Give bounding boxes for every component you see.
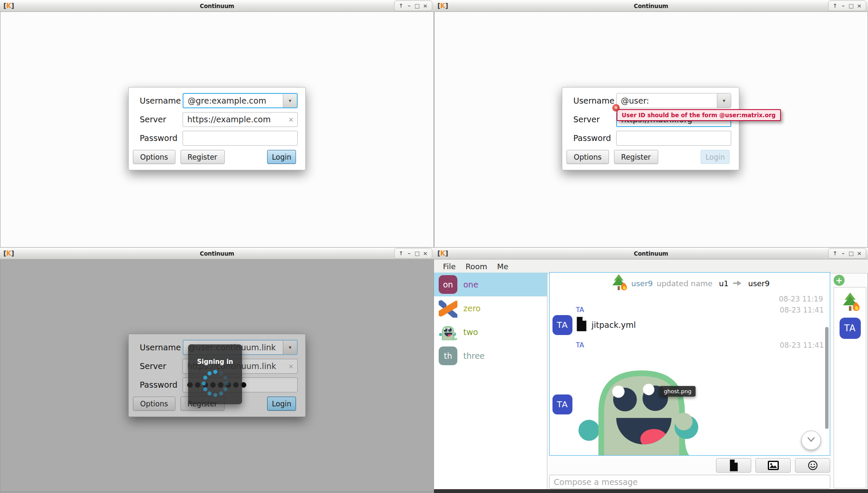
menu-file[interactable]: File [443, 262, 456, 271]
member-list: TA [834, 287, 866, 488]
login-button: Login [267, 397, 296, 411]
window-controls: ↑ – □ × [828, 0, 866, 11]
login-button-disabled: Login [701, 150, 730, 164]
scroll-to-bottom-button[interactable] [801, 431, 821, 450]
username-combobox[interactable]: @gre:example.com ▾ [183, 93, 298, 108]
password-field[interactable] [616, 131, 731, 146]
minimize-button[interactable]: – [406, 1, 413, 10]
shade-button[interactable]: ↑ [397, 1, 405, 10]
minimize-button[interactable]: – [840, 249, 847, 258]
menu-room[interactable]: Room [465, 262, 487, 271]
titlebar[interactable]: [K] Continuum ↑ – □ × [0, 248, 434, 259]
titlebar[interactable]: [K] Continuum ↑ – □ × [434, 248, 868, 259]
server-field[interactable]: https://example.com × [183, 112, 298, 127]
maximize-button[interactable]: □ [414, 249, 421, 258]
register-button[interactable]: Register [614, 150, 658, 164]
app-logo-icon: [K] [437, 250, 448, 257]
room-name: zero [463, 304, 481, 313]
sender-name[interactable]: TA [576, 341, 584, 349]
close-button[interactable]: × [422, 1, 429, 10]
timestamp: 08-23 11:41 [780, 341, 824, 349]
maximize-button[interactable]: □ [848, 249, 855, 258]
room-name: three [463, 351, 485, 361]
member-avatar-treefire-icon[interactable] [840, 292, 860, 314]
chevron-down-icon: ▾ [283, 341, 297, 354]
invite-plus-button[interactable]: + [834, 275, 845, 286]
shade-button[interactable]: ↑ [831, 249, 839, 258]
error-tooltip: User ID should be of the form @user:matr… [617, 109, 781, 121]
file-icon [576, 317, 587, 333]
klogo-avatar-icon [439, 299, 457, 318]
scrollbar[interactable] [825, 327, 829, 429]
chevron-down-icon [806, 436, 816, 445]
window-login-filled: [K] Continuum ↑ – □ × Username @gre:exam… [0, 0, 434, 248]
event-user: user9 [631, 279, 653, 288]
message-list[interactable]: user9 updated name u1 user9 08-23 11:19 … [549, 272, 830, 456]
username-label: Username [573, 96, 616, 105]
shade-button[interactable]: ↑ [397, 249, 405, 258]
register-button[interactable]: Register [180, 150, 225, 164]
maximize-button[interactable]: □ [414, 1, 421, 10]
minimize-button[interactable]: – [840, 1, 847, 10]
username-value[interactable]: @user: [617, 93, 717, 108]
signing-in-label: Signing in [197, 358, 233, 366]
file-icon [729, 459, 738, 471]
chevron-down-icon[interactable]: ▾ [283, 94, 297, 107]
window-controls: ↑ – □ × [394, 0, 432, 11]
error-icon: × [612, 104, 620, 111]
close-button[interactable]: × [856, 1, 863, 10]
room-item-three[interactable]: th three [434, 344, 547, 368]
busy-spinner-icon [200, 368, 231, 399]
emoji-button[interactable] [795, 458, 830, 473]
event-old-name: u1 [719, 279, 729, 288]
titlebar[interactable]: [K] Continuum ↑ – □ × [434, 0, 868, 12]
sender-name[interactable]: TA [576, 306, 584, 314]
avatar[interactable]: TA [552, 315, 572, 335]
options-button[interactable]: Options [133, 150, 175, 164]
clear-icon: × [286, 362, 294, 370]
maximize-button[interactable]: □ [848, 1, 855, 10]
shade-button[interactable]: ↑ [831, 1, 839, 10]
password-field[interactable] [183, 131, 298, 146]
avatar[interactable]: TA [552, 394, 572, 414]
username-combobox[interactable]: @user: ▾ [616, 93, 731, 108]
file-attachment[interactable]: jitpack.yml [576, 314, 824, 335]
titlebar[interactable]: [K] Continuum ↑ – □ × [0, 0, 434, 12]
window-login-signing-in: [K] Continuum ↑ – □ × Username @user:con… [0, 248, 434, 493]
attach-file-button[interactable] [716, 458, 751, 473]
attach-image-button[interactable] [755, 458, 791, 473]
window-controls: ↑ – □ × [828, 248, 866, 259]
close-button[interactable]: × [422, 249, 429, 258]
login-button[interactable]: Login [267, 150, 296, 164]
options-button[interactable]: Options [566, 150, 609, 164]
image-attachment-ghost[interactable]: ghost.png [576, 349, 710, 456]
compose-input[interactable] [549, 475, 830, 489]
login-dialog: Username @user: ▾ Server https://matrix.… [562, 87, 739, 170]
menu-me[interactable]: Me [497, 262, 508, 271]
signing-in-overlay: Signing in [188, 344, 242, 404]
room-item-zero[interactable]: zero [434, 296, 547, 320]
minimize-button[interactable]: – [406, 249, 413, 258]
server-value: https://example.com [187, 115, 271, 124]
chevron-down-icon[interactable]: ▾ [717, 93, 731, 108]
window-chat: [K] Continuum ↑ – □ × File Room Me on on… [434, 248, 868, 493]
username-value[interactable]: @gre:example.com [183, 94, 283, 107]
close-button[interactable]: × [856, 249, 863, 258]
room-avatar: on [439, 275, 457, 294]
member-avatar-ta[interactable]: TA [840, 318, 861, 339]
room-item-one[interactable]: on one [434, 273, 547, 296]
password-label: Password [140, 133, 183, 143]
server-label: Server [140, 361, 183, 371]
app-logo-icon: [K] [3, 250, 14, 257]
timestamp: 08-23 11:41 [780, 306, 824, 314]
window-title: Continuum [434, 3, 868, 9]
smiley-icon [808, 460, 818, 470]
server-label: Server [573, 115, 616, 124]
event-name-change: user9 updated name u1 user9 [550, 273, 830, 293]
timestamp: 08-23 11:19 [779, 295, 823, 303]
room-item-two[interactable]: two [434, 320, 547, 344]
window-controls: ↑ – □ × [394, 248, 432, 259]
window-login-error: [K] Continuum ↑ – □ × Username @user: ▾ … [434, 0, 868, 248]
clear-icon[interactable]: × [286, 116, 294, 124]
login-dialog: Username @gre:example.com ▾ Server https… [128, 87, 306, 170]
